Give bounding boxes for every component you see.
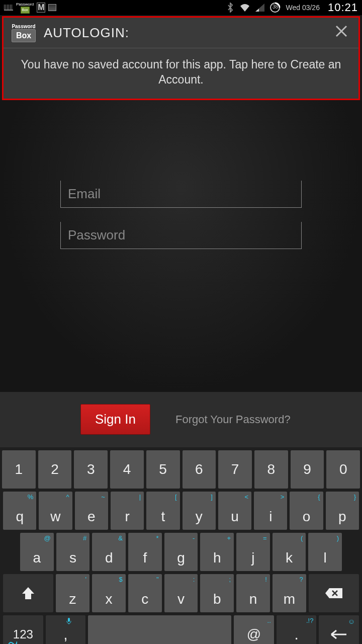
key-k[interactable]: (k [273,533,306,571]
key-8[interactable]: 8 [254,450,288,489]
key-u[interactable]: <u [218,492,251,530]
wifi-icon [239,3,250,12]
passwordbox-notification-icon: Password Box [16,2,34,14]
gallery-icon [48,4,56,11]
space-key[interactable] [88,615,231,644]
key-j[interactable]: =j [236,533,270,571]
period-key[interactable]: .!? . [277,615,317,644]
password-field[interactable] [68,227,294,243]
key-a[interactable]: @a [20,533,54,571]
key-9[interactable]: 9 [291,450,324,489]
key-5[interactable]: 5 [146,450,180,489]
mic-icon [66,617,71,626]
keyboard-notification-icon [4,5,13,11]
key-v[interactable]: :v [164,574,198,612]
swype-icon [7,636,17,644]
numbers-key[interactable]: 123 [3,615,43,644]
key-b[interactable]: ;b [200,574,234,612]
passwordbox-logo: Password Box [10,21,38,45]
key-x: $x [92,574,126,612]
keyboard-row-4: 'z $x "c :v ;b !n ?m [2,574,360,612]
status-right: 38 Wed 03/26 10:21 [226,1,358,14]
forgot-password-link[interactable]: Forgot Your Password? [175,413,291,426]
keyboard-row-2: %q ^w ~e |r [t ]y <u >i {o }p [2,492,360,530]
status-time: 10:21 [328,1,358,14]
autologin-header: Password Box AUTOLOGIN: [4,18,358,48]
key-2[interactable]: 2 [38,450,72,489]
key-n[interactable]: !n [236,574,270,612]
highlight-frame: Password Box AUTOLOGIN: You have no save… [2,16,360,100]
email-field[interactable] [68,186,294,202]
key-f[interactable]: *f [128,533,162,571]
key-p[interactable]: }p [326,492,359,530]
key-m[interactable]: ?m [273,574,306,612]
shift-key[interactable] [3,574,53,612]
key-o[interactable]: {o [290,492,323,530]
key-e[interactable]: ~e [75,492,108,530]
key-4[interactable]: 4 [110,450,144,489]
key-q[interactable]: %q [3,492,36,530]
key-r[interactable]: |r [111,492,144,530]
status-date: Wed 03/26 [286,4,319,12]
key-g[interactable]: -g [164,533,198,571]
key-c[interactable]: "c [128,574,162,612]
key-s[interactable]: #s [56,533,90,571]
backspace-key[interactable] [309,574,359,612]
comma-key[interactable]: , [46,615,86,644]
logo-label-box: Box [12,29,36,42]
key-6[interactable]: 6 [183,450,216,489]
signal-icon [255,4,264,12]
keyboard-row-3: @a #s &d *f -g +h =j (k )l [2,533,360,571]
signin-button[interactable]: Sign In [80,404,150,435]
login-area [0,100,362,392]
key-1[interactable]: 1 [2,450,36,489]
email-field-wrap [60,181,302,208]
key-y[interactable]: ]y [183,492,216,530]
signin-row: Sign In Forgot Your Password? [0,392,362,447]
emoji-icon: ☺ [348,617,355,625]
key-l[interactable]: )l [308,533,342,571]
bluetooth-icon [226,3,234,13]
key-t[interactable]: [t [146,492,179,530]
autologin-panel[interactable]: Password Box AUTOLOGIN: You have no save… [4,18,358,99]
key-7[interactable]: 7 [218,450,252,489]
key-z[interactable]: 'z [56,574,89,612]
autologin-message[interactable]: You have no saved account for this app. … [4,48,358,99]
gmail-icon: M [37,3,45,13]
close-icon[interactable] [330,24,352,42]
status-left: Password Box M [4,2,56,14]
key-h[interactable]: +h [200,533,234,571]
logo-label-top: Password [12,24,35,29]
status-bar: Password Box M 38 Wed 03/26 10:21 [0,0,362,15]
at-key[interactable]: @.. [234,615,274,644]
key-3[interactable]: 3 [74,450,108,489]
battery-icon: 38 [269,2,281,13]
key-0[interactable]: 0 [326,450,360,489]
password-field-wrap [60,222,302,249]
keyboard-row-5: 123 , @.. .!? . ☺ [2,615,360,644]
keyboard: 1 2 3 4 5 6 7 8 9 0 %q ^w ~e |r [t ]y <u… [0,447,362,644]
svg-rect-1 [68,618,70,622]
keyboard-row-1: 1 2 3 4 5 6 7 8 9 0 [2,450,360,489]
enter-key[interactable]: ☺ [319,615,359,644]
autologin-title: AUTOLOGIN: [44,25,330,41]
key-w[interactable]: ^w [39,492,72,530]
key-i[interactable]: >i [254,492,287,530]
key-d[interactable]: &d [92,533,126,571]
